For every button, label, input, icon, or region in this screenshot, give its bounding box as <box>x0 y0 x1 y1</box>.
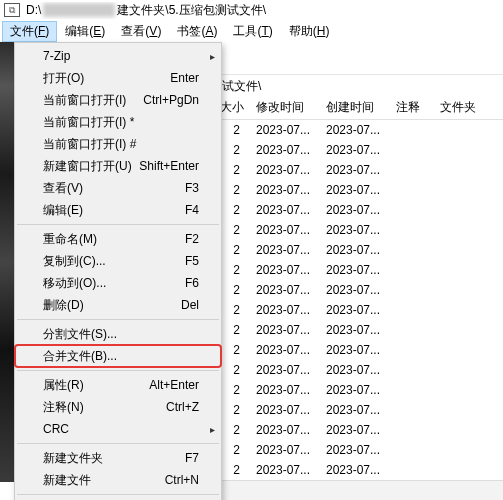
menu-entry[interactable]: 新建窗口打开(U)Shift+Enter <box>15 155 221 177</box>
cell-modified: 2023-07... <box>248 463 318 477</box>
menu-entry-shortcut: F2 <box>185 232 199 246</box>
menu-entry[interactable]: 当前窗口打开(I)Ctrl+PgDn <box>15 89 221 111</box>
menu-bar: 文件(F) 编辑(E) 查看(V) 书签(A) 工具(T) 帮助(H) <box>0 20 503 42</box>
cell-created: 2023-07... <box>318 163 388 177</box>
cell-created: 2023-07... <box>318 323 388 337</box>
menu-entry-shortcut: Enter <box>170 71 199 85</box>
menu-entry[interactable]: 删除(D)Del <box>15 294 221 316</box>
menu-entry-label: 删除(D) <box>43 297 84 314</box>
menu-file[interactable]: 文件(F) <box>2 21 57 42</box>
menu-entry[interactable]: 复制到(C)...F5 <box>15 250 221 272</box>
cell-modified: 2023-07... <box>248 343 318 357</box>
cell-created: 2023-07... <box>318 403 388 417</box>
cell-modified: 2023-07... <box>248 423 318 437</box>
menu-entry-shortcut: Ctrl+PgDn <box>143 93 199 107</box>
menu-tools[interactable]: 工具(T) <box>225 21 280 42</box>
menu-entry-label: 当前窗口打开(I) * <box>43 114 134 131</box>
menu-entry[interactable]: 重命名(M)F2 <box>15 228 221 250</box>
menu-entry[interactable]: 分割文件(S)... <box>15 323 221 345</box>
menu-entry-shortcut: Ctrl+N <box>165 473 199 487</box>
menu-entry[interactable]: 查看(V)F3 <box>15 177 221 199</box>
menu-separator <box>17 319 219 320</box>
menu-entry[interactable]: 当前窗口打开(I) * <box>15 111 221 133</box>
menu-entry-shortcut: Del <box>181 298 199 312</box>
cell-created: 2023-07... <box>318 283 388 297</box>
menu-entry[interactable]: 当前窗口打开(I) # <box>15 133 221 155</box>
menu-entry[interactable]: 打开(O)Enter <box>15 67 221 89</box>
cell-modified: 2023-07... <box>248 223 318 237</box>
menu-entry[interactable]: 新建文件Ctrl+N <box>15 469 221 491</box>
menu-entry[interactable]: 7-Zip <box>15 45 221 67</box>
title-suffix: 建文件夹\5.压缩包测试文件\ <box>117 3 266 17</box>
menu-entry-label: 打开(O) <box>43 70 84 87</box>
menu-entry-label: 新建文件夹 <box>43 450 103 467</box>
menu-separator <box>17 443 219 444</box>
cell-modified: 2023-07... <box>248 183 318 197</box>
cell-created: 2023-07... <box>318 143 388 157</box>
menu-entry-label: 当前窗口打开(I) <box>43 92 126 109</box>
menu-entry-label: 注释(N) <box>43 399 84 416</box>
title-bar: ⧉ D:\建文件夹\5.压缩包测试文件\ <box>0 0 503 20</box>
menu-entry-label: 移动到(O)... <box>43 275 106 292</box>
menu-entry-label: 属性(R) <box>43 377 84 394</box>
col-folder[interactable]: 文件夹 <box>432 99 488 116</box>
menu-entry[interactable]: 移动到(O)...F6 <box>15 272 221 294</box>
left-strip <box>0 42 14 482</box>
menu-entry-label: 重命名(M) <box>43 231 97 248</box>
col-modified[interactable]: 修改时间 <box>248 99 318 116</box>
cell-modified: 2023-07... <box>248 303 318 317</box>
menu-help[interactable]: 帮助(H) <box>281 21 338 42</box>
cell-modified: 2023-07... <box>248 243 318 257</box>
title-redacted <box>43 3 115 17</box>
cell-created: 2023-07... <box>318 343 388 357</box>
menu-entry-label: 复制到(C)... <box>43 253 106 270</box>
cell-created: 2023-07... <box>318 303 388 317</box>
cell-modified: 2023-07... <box>248 383 318 397</box>
menu-entry-shortcut: Alt+Enter <box>149 378 199 392</box>
menu-entry-shortcut: F7 <box>185 451 199 465</box>
menu-entry-shortcut: F5 <box>185 254 199 268</box>
cell-created: 2023-07... <box>318 383 388 397</box>
cell-created: 2023-07... <box>318 263 388 277</box>
menu-separator <box>17 370 219 371</box>
menu-entry-label: 7-Zip <box>43 49 70 63</box>
col-created[interactable]: 创建时间 <box>318 99 388 116</box>
cell-created: 2023-07... <box>318 123 388 137</box>
menu-entry-label: 新建文件 <box>43 472 91 489</box>
menu-entry[interactable]: CRC <box>15 418 221 440</box>
cell-created: 2023-07... <box>318 463 388 477</box>
path-fragment[interactable]: 试文件\ <box>222 78 261 95</box>
menu-entry[interactable]: 编辑(E)F4 <box>15 199 221 221</box>
cell-modified: 2023-07... <box>248 203 318 217</box>
menu-entry-shortcut: F6 <box>185 276 199 290</box>
cell-modified: 2023-07... <box>248 143 318 157</box>
cell-modified: 2023-07... <box>248 123 318 137</box>
menu-entry-shortcut: Ctrl+Z <box>166 400 199 414</box>
menu-entry-label: 当前窗口打开(I) # <box>43 136 136 153</box>
cell-created: 2023-07... <box>318 423 388 437</box>
cell-created: 2023-07... <box>318 203 388 217</box>
menu-entry-shortcut: Shift+Enter <box>139 159 199 173</box>
cell-created: 2023-07... <box>318 363 388 377</box>
cell-modified: 2023-07... <box>248 283 318 297</box>
menu-bookmarks[interactable]: 书签(A) <box>169 21 225 42</box>
menu-separator <box>17 494 219 495</box>
menu-edit[interactable]: 编辑(E) <box>57 21 113 42</box>
cell-modified: 2023-07... <box>248 443 318 457</box>
menu-view[interactable]: 查看(V) <box>113 21 169 42</box>
menu-entry-shortcut: F3 <box>185 181 199 195</box>
cell-created: 2023-07... <box>318 223 388 237</box>
cell-modified: 2023-07... <box>248 363 318 377</box>
menu-entry-label: CRC <box>43 422 69 436</box>
menu-entry-label: 查看(V) <box>43 180 83 197</box>
file-dropdown: 7-Zip打开(O)Enter当前窗口打开(I)Ctrl+PgDn当前窗口打开(… <box>14 42 222 500</box>
menu-entry[interactable]: 新建文件夹F7 <box>15 447 221 469</box>
col-note[interactable]: 注释 <box>388 99 432 116</box>
cell-modified: 2023-07... <box>248 403 318 417</box>
window-title: D:\建文件夹\5.压缩包测试文件\ <box>26 2 266 19</box>
menu-entry[interactable]: 注释(N)Ctrl+Z <box>15 396 221 418</box>
app-icon: ⧉ <box>4 3 20 17</box>
menu-entry[interactable]: 属性(R)Alt+Enter <box>15 374 221 396</box>
menu-entry-label: 新建窗口打开(U) <box>43 158 132 175</box>
menu-entry[interactable]: 合并文件(B)... <box>15 345 221 367</box>
